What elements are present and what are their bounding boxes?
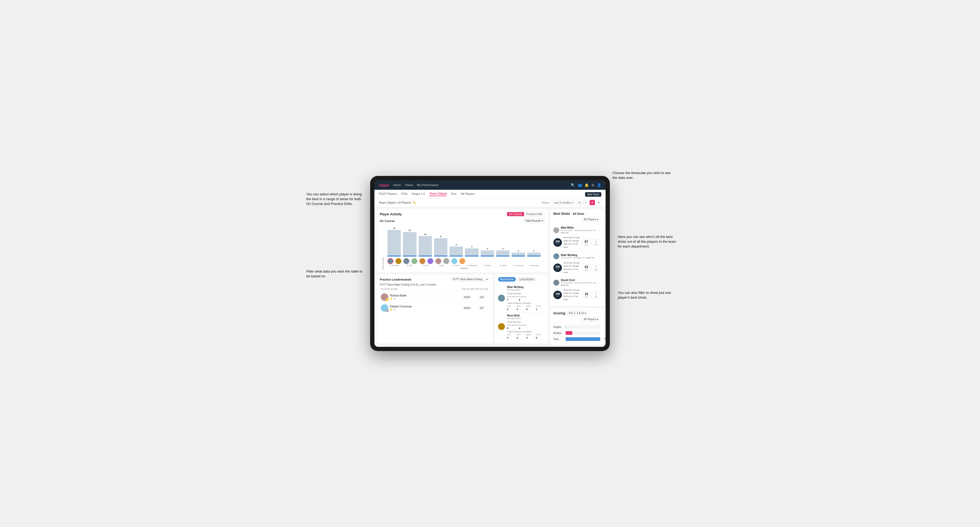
grid-view-icon[interactable]: ⊞ — [577, 200, 582, 205]
shot-metrics-3: 16 yds 0 yds — [582, 291, 600, 298]
shot-player-name-3: David Ford — [561, 279, 598, 282]
scoring-row-eagles: Eagles 3 — [554, 324, 600, 330]
scoring-birdies-label: Birdies — [554, 332, 564, 335]
chevron-down-icon: ▾ — [571, 201, 573, 204]
add-icon[interactable]: ⊕ — [592, 183, 594, 187]
annotation-top-right: Choose the timescale you wish to see the… — [612, 171, 671, 180]
scoring-count-pars: 499 — [604, 337, 606, 340]
pa-tournament-val-1: 7 — [507, 298, 518, 301]
all-shots-tab[interactable]: All Shots — [572, 212, 585, 216]
active-player-1[interactable]: Blair McHarg 26 Aug 2023 Total Rounds To… — [498, 284, 545, 312]
nav-items: Home Teams My Performance — [393, 183, 566, 187]
users-icon[interactable]: 👥 — [578, 183, 582, 187]
pa-activities-1: Total Rounds Tournament Practice 7 6 — [507, 292, 545, 311]
all-players-dropdown[interactable]: All Players ▾ — [582, 217, 600, 222]
avatar-b-britt[interactable] — [396, 258, 401, 264]
avatar-e-crossman[interactable] — [451, 258, 457, 264]
shot-stats-1: Shot Dist: 67 yds Start Lie: Rough End L… — [563, 236, 581, 249]
shot-metric-zero-1: 0 yds — [592, 239, 600, 246]
sub-nav-right: Add Team — [585, 192, 601, 197]
bar-l-robertson: 2 — [527, 250, 541, 257]
brand-logo: clippd — [379, 183, 389, 187]
practice-drills-toggle[interactable]: Practice Drills — [524, 212, 545, 216]
bar-b-mcharg: 13 — [387, 227, 401, 257]
lb-row-2[interactable]: 2 Edward Crossman ⭐ 2 18/20 — [380, 302, 490, 313]
rank-badge-1: 1 — [386, 298, 389, 301]
avatar-e-ebert[interactable] — [419, 258, 425, 264]
x-axis-label: Players — [385, 267, 543, 270]
nav-my-performance[interactable]: My Performance — [417, 183, 439, 187]
leaderboard-card: Practice Leaderboards PUTT Must Make Put… — [377, 275, 493, 343]
scoring-bar-container-eagles: 3 — [566, 325, 600, 329]
activity-tab-switcher: Most Active Least Active — [498, 277, 545, 282]
shot-chevron-1[interactable]: › — [599, 229, 600, 232]
shot-chevron-3[interactable]: › — [599, 281, 600, 284]
on-course-toggle[interactable]: On Course — [507, 212, 524, 216]
list-view-icon[interactable]: ≡ — [583, 200, 589, 205]
lb-avg-1: 110 — [475, 296, 488, 298]
edit-icon[interactable]: ✏️ — [413, 201, 416, 204]
scoring-bar-birdies — [566, 331, 572, 335]
shot-row-david-ford[interactable]: David Ford 24 Aug 2023 · Royal North Dev… — [554, 276, 600, 303]
lb-dropdown[interactable]: PUTT Must Make Putting ... ▾ — [451, 277, 490, 282]
active-player-2[interactable]: Rees Britt 02 Sep 2023 Total Rounds Tour… — [498, 312, 545, 341]
timescale-dropdown[interactable]: Last 3 months ▾ — [552, 200, 575, 205]
avatar-r-butler[interactable] — [435, 258, 441, 264]
shot-player-name-1: Matt Miller — [561, 226, 598, 229]
least-active-tab[interactable]: Least Active — [517, 277, 536, 282]
sub-nav-pga[interactable]: PGA — [401, 192, 407, 196]
shot-row-matt-miller[interactable]: Matt Miller 09 Jun 2023 · Royal North De… — [554, 224, 600, 251]
add-team-button[interactable]: Add Team — [585, 192, 601, 197]
sub-nav-hcaps[interactable]: Hcaps 1-5 — [412, 192, 425, 196]
shot-row-blair-mcharg[interactable]: Blair McHarg 23 Jul 2023 · Aldridge GC, … — [554, 251, 600, 276]
profile-icon[interactable]: 👤 — [597, 183, 601, 187]
avatar-o-billingham[interactable] — [428, 258, 433, 264]
main-content: Player Activity On Course Practice Drill… — [374, 207, 606, 347]
sub-nav-tour[interactable]: Tour — [451, 192, 457, 196]
lb-name-col: Richard Butler ⭐ 1 — [390, 294, 458, 300]
shot-badge-1: 200 SG — [554, 238, 562, 247]
avatar-l-robertson[interactable] — [460, 258, 465, 264]
lb-row-1[interactable]: 1 Richard Butler ⭐ 1 19/20 — [380, 291, 490, 302]
bar-chart-area: 13 12 — [385, 225, 543, 257]
shot-chevron-2[interactable]: › — [599, 254, 600, 258]
on-course-label: On Course — [380, 219, 395, 222]
bell-icon[interactable]: 🔔 — [584, 183, 589, 187]
avatar-j-coles[interactable] — [412, 258, 417, 264]
bar-d-ford: 10 — [418, 233, 432, 257]
shot-metric-dist-2: 43 yds — [582, 264, 591, 271]
bs-header: Best Shots All Shots ▾ All Players ▾ — [554, 212, 600, 222]
search-icon[interactable]: 🔍 — [571, 183, 575, 187]
most-active-tab[interactable]: Most Active — [498, 277, 516, 282]
sub-nav-all-players[interactable]: All Players — [461, 192, 475, 196]
shot-stats-3: Shot Dist: 16 yds Start Lie: Rough End L… — [563, 289, 581, 301]
show-label: Show: — [542, 201, 550, 204]
nav-teams[interactable]: Teams — [405, 183, 413, 187]
pa-activities-header-1: Total Rounds — [507, 292, 545, 295]
nav-home[interactable]: Home — [393, 183, 401, 187]
lb-title: Practice Leaderboards — [380, 278, 412, 281]
scoring-title: Scoring — [554, 311, 565, 315]
shot-badge-2: 200 SG — [554, 264, 562, 272]
avatar-d-ford[interactable] — [403, 258, 409, 264]
scoring-type-dropdown[interactable]: Par 3, 4 & 5s ▾ — [567, 311, 588, 316]
scoring-bar-container-pars: 499 — [566, 337, 600, 341]
bs-title: Best Shots — [554, 212, 570, 216]
lb-player-name-1: Richard Butler — [390, 294, 458, 297]
chevron-down-icon: ▾ — [542, 219, 543, 222]
avatar-b-mcharg[interactable] — [387, 258, 393, 264]
pa-tpa-header-2: Total Practice Activities — [507, 330, 545, 333]
pa-tpa-grid-2: GTT APP ARG PUTT 0 0 0 0 — [507, 333, 545, 339]
sub-nav-pgat[interactable]: PGAT Players — [379, 192, 397, 196]
scoring-players-dropdown[interactable]: All Players ▾ — [582, 317, 600, 322]
settings-view-icon[interactable]: ⚙ — [596, 200, 601, 205]
team-header-right: Show: Last 3 months ▾ ⊞ ≡ ♥ ⚙ — [542, 200, 601, 205]
activity-toggle: On Course Practice Drills — [507, 212, 545, 216]
total-rounds-selector[interactable]: Total Rounds ▾ — [523, 219, 545, 223]
pa-name-1: Blair McHarg — [507, 286, 545, 289]
sub-nav-team-clippd[interactable]: Team Clippd — [429, 192, 447, 196]
heart-view-icon[interactable]: ♥ — [590, 200, 595, 205]
chevron-down-icon: ▾ — [585, 312, 586, 314]
bar-chart: 13 12 — [385, 225, 543, 270]
avatar-m-miller[interactable] — [444, 258, 449, 264]
